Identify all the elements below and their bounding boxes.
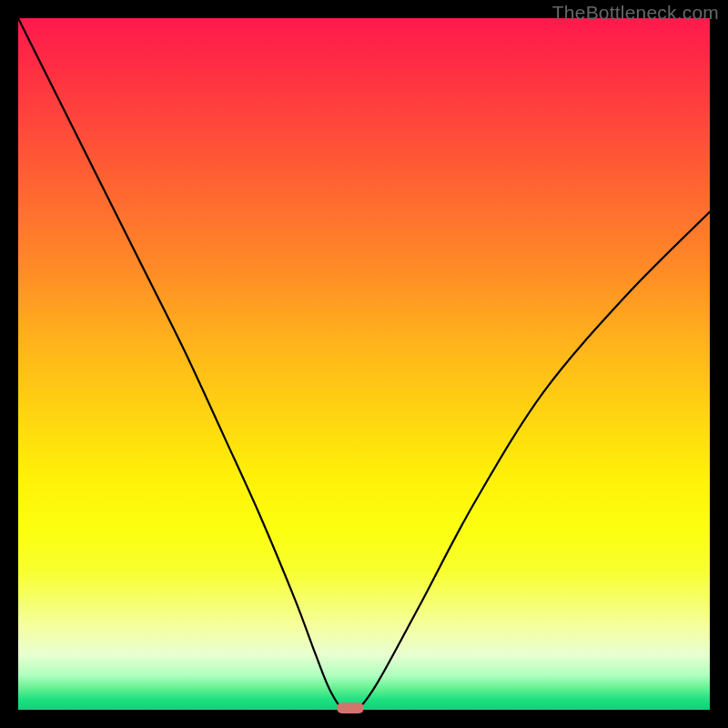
minimum-marker <box>337 703 364 713</box>
watermark-text: TheBottleneck.com <box>552 2 719 24</box>
bottleneck-curve <box>18 18 710 710</box>
chart-frame: TheBottleneck.com <box>0 0 728 728</box>
